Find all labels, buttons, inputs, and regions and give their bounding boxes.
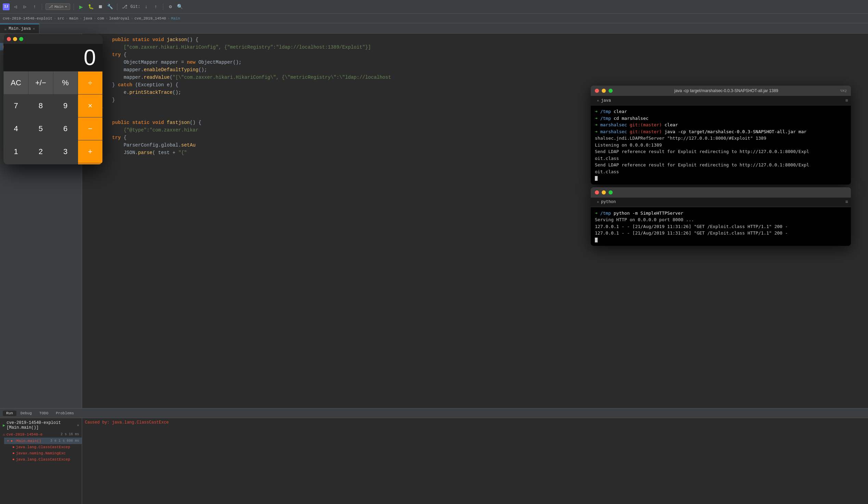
branch-icon: ⎇ [49, 4, 53, 9]
ide-logo: IJ [3, 3, 10, 10]
breadcrumb-project[interactable]: cve-2019-14540-exploit [3, 17, 52, 21]
branch-label: Main [54, 5, 63, 9]
terminal2-menu-icon[interactable]: ≡ [845, 199, 848, 205]
run-error-tree: ▾ ● :Main.main() 3 e 1 s 696 ms ● java.l… [4, 438, 82, 463]
calc-6-button[interactable]: 6 [53, 117, 78, 140]
terminal-menu-icon[interactable]: ≡ [845, 98, 848, 103]
breadcrumb-java[interactable]: java [83, 17, 92, 21]
git-icon: ⎇ [121, 3, 128, 11]
code-line-mapper1: ObjectMapper mapper = new ObjectMapper()… [82, 59, 868, 66]
terminal-python-window: ✕ python ≡ ➜ /tmp python -m SimpleHTTPSe… [591, 187, 851, 246]
calc-1-button[interactable]: 1 [4, 140, 28, 163]
calc-7-button[interactable]: 7 [4, 94, 28, 117]
error-classcast-2[interactable]: ● java.lang.ClassCastExcep [10, 456, 82, 463]
tab-close-icon[interactable]: ✕ [33, 27, 35, 31]
run-config-close-icon[interactable]: ✕ [77, 423, 79, 427]
calc-percent-button[interactable]: % [53, 72, 78, 94]
classcast-label-1: java.lang.ClassCastExcep [16, 445, 70, 449]
term1-close-button[interactable] [595, 89, 599, 93]
run-debug-button[interactable]: 🔧 [106, 3, 114, 11]
run-button[interactable]: ▶ [78, 3, 85, 11]
term2-minimize-button[interactable] [602, 191, 606, 195]
calc-subtract-button[interactable]: − [78, 117, 102, 140]
breadcrumb-cve[interactable]: cve_2019_14540 [135, 17, 166, 21]
breadcrumb-leadroyal[interactable]: leadroyal [109, 17, 130, 21]
calculator[interactable]: 0 AC +/− % ÷ 7 8 9 × 4 5 6 − 1 2 3 + 0 .… [3, 34, 103, 164]
git-push-button[interactable]: ↑ [152, 3, 159, 11]
run-panel: ▶ cve-2019-14540-exploit [Main.main()] ✕… [0, 418, 868, 504]
tab-file-icon: ☕ [4, 27, 7, 31]
calc-9-button[interactable]: 9 [53, 94, 78, 117]
breadcrumb-com[interactable]: com [97, 17, 104, 21]
term1-fullscreen-button[interactable] [609, 89, 613, 93]
error-naming[interactable]: ● javax.naming.NamingExc [10, 450, 82, 456]
run-main-label: :Main.main() [14, 439, 41, 443]
code-line-mapper3: mapper.readValue("[\"com.zaxxer.hikari.H… [82, 74, 868, 82]
calc-ac-button[interactable]: AC [4, 72, 28, 94]
terminal-python-tab[interactable]: ✕ python [593, 199, 619, 205]
run-config-header[interactable]: ▶ cve-2019-14540-exploit [Main.main()] ✕ [0, 420, 82, 431]
calc-8-button[interactable]: 8 [28, 94, 53, 117]
separator-1 [42, 3, 42, 10]
calc-4-button[interactable]: 4 [4, 117, 28, 140]
calc-3-button[interactable]: 3 [53, 140, 78, 163]
stop-button[interactable]: ⏹ [96, 3, 104, 11]
calc-multiply-button[interactable]: × [78, 94, 102, 117]
calc-decimal-button[interactable]: . [53, 163, 78, 164]
calc-5-button[interactable]: 5 [28, 117, 53, 140]
calc-2-button[interactable]: 2 [28, 140, 53, 163]
search-button[interactable]: 🔍 [176, 3, 184, 11]
breadcrumb-main[interactable]: main [69, 17, 78, 21]
calc-divide-button[interactable]: ÷ [78, 72, 102, 94]
term2-close-button[interactable] [595, 191, 599, 195]
term1-git-2: git:(master) [630, 129, 662, 134]
up-button[interactable]: ↑ [31, 3, 38, 11]
run-tab[interactable]: Run [3, 411, 17, 416]
calc-minimize-button[interactable] [13, 37, 17, 41]
git-update-button[interactable]: ↓ [142, 3, 150, 11]
term2-output-1: Serving HTTP on 0.0.0.0 port 8000 ... [595, 216, 847, 223]
separator-2 [74, 3, 74, 10]
back-button[interactable]: ◁ [12, 3, 19, 11]
term-close-icon-1[interactable]: ✕ [597, 99, 599, 103]
run-config-icon: ▶ [3, 423, 5, 428]
calc-sign-button[interactable]: +/− [28, 72, 53, 94]
term1-output-1: shalsec.jndi.LDAPRefServer "http://127.0… [595, 135, 847, 142]
calc-close-button[interactable] [7, 37, 11, 41]
top-toolbar: IJ ◁ ▷ ↑ ⎇ Main ▾ ▶ 🐛 ⏹ 🔧 ⎇ Git: ↓ ↑ ⚙ 🔍 [0, 0, 868, 14]
term2-fullscreen-button[interactable] [609, 191, 613, 195]
breadcrumb-sep-2: › [66, 17, 68, 21]
expand-icon: ▾ [7, 439, 9, 443]
bottom-tab-bar: Run Debug TODO Problems [0, 409, 868, 418]
calc-add-button[interactable]: + [78, 140, 102, 163]
terminal-java-tab[interactable]: ✕ java [593, 97, 614, 104]
run-error-root[interactable]: ⚠ cve-2019-14540-e 2 s 16 ms [0, 431, 82, 438]
terminal-python-titlebar [591, 187, 851, 197]
debug-tab[interactable]: Debug [17, 411, 35, 416]
breadcrumb-sep-5: › [105, 17, 108, 21]
forward-button[interactable]: ▷ [21, 3, 29, 11]
breadcrumb-class[interactable]: Main [171, 17, 180, 21]
run-main-item[interactable]: ▾ ● :Main.main() 3 e 1 s 696 ms [4, 438, 82, 444]
term-close-icon-2[interactable]: ✕ [597, 200, 599, 204]
breadcrumb-sep-6: › [131, 17, 133, 21]
calc-fullscreen-button[interactable] [19, 37, 23, 41]
todo-tab[interactable]: TODO [36, 411, 52, 416]
terminal-python-tab-bar: ✕ python ≡ [591, 197, 851, 207]
settings-button[interactable]: ⚙ [167, 3, 174, 11]
calculator-display: 0 [3, 44, 103, 71]
problems-tab[interactable]: Problems [52, 411, 78, 416]
error-classcast-1[interactable]: ● java.lang.ClassCastExcep [10, 444, 82, 450]
term1-minimize-button[interactable] [602, 89, 606, 93]
calc-0-button[interactable]: 0 [4, 163, 53, 164]
term-python-tab-label: python [601, 199, 616, 204]
classcast-label-2: java.lang.ClassCastExcep [16, 457, 70, 462]
term1-line-4: ➜ marshalsec git:(master) java -cp targe… [595, 128, 847, 135]
branch-selector[interactable]: ⎇ Main ▾ [45, 3, 70, 10]
error-triangle-icon: ⚠ [3, 432, 5, 436]
breadcrumb-sep-1: › [54, 17, 56, 21]
tab-main-java[interactable]: ☕ Main.java ✕ [0, 24, 39, 33]
debug-button[interactable]: 🐛 [87, 3, 94, 11]
breadcrumb-src[interactable]: src [58, 17, 64, 21]
calc-equals-button[interactable]: = [78, 163, 102, 164]
